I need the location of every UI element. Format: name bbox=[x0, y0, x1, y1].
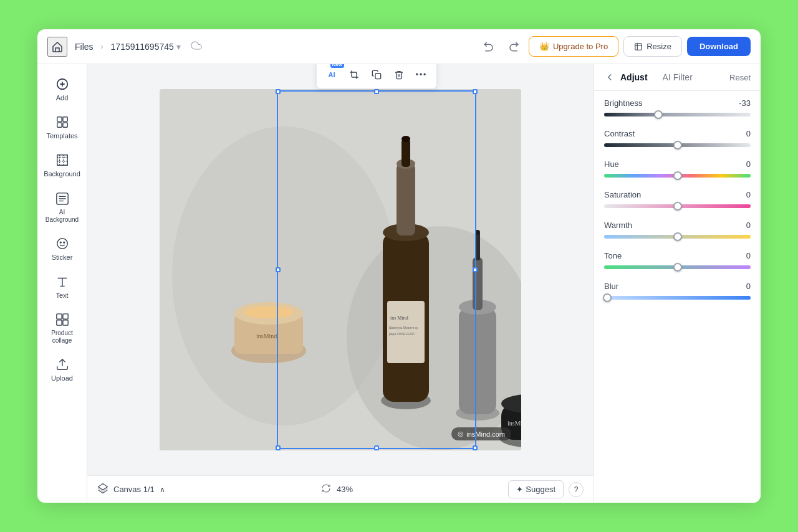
warmth-value: 0 bbox=[746, 221, 751, 230]
canvas-bottom-left: Canvas 1/1 ∧ bbox=[97, 483, 165, 496]
blur-thumb[interactable] bbox=[603, 293, 612, 302]
sidebar-left: Add Templates bbox=[37, 64, 87, 503]
suggest-label: Suggest bbox=[526, 485, 555, 494]
hue-label: Hue bbox=[604, 159, 619, 169]
sidebar-item-background[interactable]: Background bbox=[41, 148, 84, 183]
sidebar-item-ai-background[interactable]: AI Background bbox=[41, 186, 84, 229]
filename-text: 1715911695745 bbox=[111, 42, 174, 52]
canvas-expand-icon[interactable]: ∧ bbox=[160, 485, 165, 494]
cloud-icon bbox=[191, 40, 202, 54]
contrast-track[interactable] bbox=[604, 143, 751, 147]
svg-rect-4 bbox=[57, 123, 61, 127]
header-actions: 👑 Upgrade to Pro Resize Download bbox=[479, 36, 751, 57]
saturation-thumb[interactable] bbox=[673, 202, 682, 211]
sidebar-item-templates[interactable]: Templates bbox=[41, 110, 84, 145]
hue-value: 0 bbox=[746, 159, 751, 169]
slider-row-warmth: Warmth0 bbox=[604, 221, 751, 239]
download-button[interactable]: Download bbox=[687, 37, 751, 56]
tab-adjust[interactable]: Adjust bbox=[620, 72, 648, 82]
sidebar-item-add[interactable]: Add bbox=[41, 72, 84, 107]
warmth-thumb[interactable] bbox=[673, 232, 682, 241]
blur-value: 0 bbox=[746, 282, 751, 291]
download-label: Download bbox=[699, 42, 738, 51]
sidebar-item-sticker[interactable]: Sticker bbox=[41, 231, 84, 267]
canvas-content[interactable]: insMind bbox=[87, 64, 594, 475]
tone-thumb[interactable] bbox=[673, 263, 682, 272]
svg-rect-3 bbox=[62, 117, 67, 121]
product-svg: insMind bbox=[160, 89, 521, 450]
tone-value: 0 bbox=[746, 251, 751, 260]
contrast-label: Contrast bbox=[604, 129, 635, 138]
slider-row-contrast: Contrast0 bbox=[604, 129, 751, 147]
sidebar-item-text-label: Text bbox=[55, 292, 68, 300]
canvas-name: Canvas 1/1 bbox=[113, 485, 155, 494]
brightness-thumb[interactable] bbox=[654, 110, 663, 119]
ai-enhance-wrap: AI New bbox=[322, 65, 342, 85]
svg-point-9 bbox=[63, 242, 64, 243]
svg-text:Шампунь Мерете су: Шампунь Мерете су bbox=[389, 326, 418, 330]
svg-rect-26 bbox=[397, 164, 415, 235]
slider-row-hue: Hue0 bbox=[604, 159, 751, 178]
filename-label[interactable]: 1715911695745 ▾ bbox=[111, 42, 181, 52]
upgrade-crown-icon: 👑 bbox=[539, 42, 549, 51]
hue-track[interactable] bbox=[604, 174, 751, 178]
templates-icon bbox=[55, 115, 70, 130]
contrast-thumb[interactable] bbox=[673, 141, 682, 150]
saturation-track[interactable] bbox=[604, 204, 751, 208]
sidebar-item-product-collage-label: Product collage bbox=[46, 330, 79, 344]
undo-button[interactable] bbox=[479, 37, 499, 57]
duplicate-button[interactable] bbox=[367, 65, 387, 85]
crop-button[interactable] bbox=[344, 65, 364, 85]
right-panel-header: Adjust AI Filter Reset bbox=[594, 64, 761, 91]
watermark: ◎ insMind.com bbox=[451, 427, 511, 440]
tab-ai-filter[interactable]: AI Filter bbox=[663, 72, 693, 82]
help-button[interactable]: ? bbox=[569, 482, 584, 497]
filename-arrow-icon: ▾ bbox=[176, 42, 181, 52]
svg-marker-45 bbox=[99, 483, 108, 490]
canvas-bottom-bar: Canvas 1/1 ∧ 43% bbox=[87, 475, 594, 503]
upgrade-label: Upgrade to Pro bbox=[553, 42, 608, 51]
reset-button[interactable]: Reset bbox=[729, 73, 751, 82]
sidebar-item-upload[interactable]: Upload bbox=[41, 352, 84, 387]
right-back-button[interactable] bbox=[604, 72, 615, 83]
blur-track[interactable] bbox=[604, 296, 751, 300]
resize-button[interactable]: Resize bbox=[623, 36, 682, 57]
sticker-icon bbox=[55, 236, 70, 251]
layers-icon[interactable] bbox=[97, 483, 108, 496]
files-label[interactable]: Files bbox=[75, 42, 94, 52]
refresh-icon[interactable] bbox=[320, 483, 332, 496]
tone-track[interactable] bbox=[604, 265, 751, 269]
delete-button[interactable] bbox=[389, 65, 409, 85]
svg-rect-12 bbox=[56, 320, 61, 325]
suggest-icon: ✦ bbox=[516, 485, 523, 494]
sidebar-item-text[interactable]: Text bbox=[41, 269, 84, 305]
svg-point-8 bbox=[60, 242, 61, 243]
svg-text:insMind: insMind bbox=[256, 333, 277, 340]
warmth-track[interactable] bbox=[604, 235, 751, 239]
resize-icon bbox=[634, 42, 643, 51]
more-button[interactable]: ••• bbox=[411, 65, 431, 85]
svg-text:insMind: insMind bbox=[507, 420, 521, 427]
brightness-track[interactable] bbox=[604, 113, 751, 116]
sidebar-right: Adjust AI Filter Reset Brightness-33Cont… bbox=[594, 64, 761, 503]
svg-point-7 bbox=[57, 238, 67, 249]
blur-label: Blur bbox=[604, 282, 618, 291]
warmth-label: Warmth bbox=[604, 221, 632, 230]
canvas-image[interactable]: insMind bbox=[160, 89, 521, 450]
svg-rect-44 bbox=[375, 74, 381, 79]
tone-label: Tone bbox=[604, 251, 622, 260]
redo-button[interactable] bbox=[504, 37, 524, 57]
sidebar-item-background-label: Background bbox=[44, 170, 80, 178]
upgrade-button[interactable]: 👑 Upgrade to Pro bbox=[529, 36, 618, 57]
sidebar-item-product-collage[interactable]: Product collage bbox=[41, 307, 84, 349]
background-icon bbox=[55, 153, 70, 168]
svg-point-29 bbox=[401, 136, 410, 142]
resize-label: Resize bbox=[647, 42, 671, 51]
hue-thumb[interactable] bbox=[673, 171, 682, 180]
svg-rect-13 bbox=[62, 320, 67, 325]
suggest-button[interactable]: ✦ Suggest bbox=[508, 480, 564, 498]
svg-rect-2 bbox=[57, 117, 61, 121]
svg-rect-10 bbox=[56, 314, 61, 319]
watermark-text: insMind.com bbox=[466, 430, 505, 438]
home-button[interactable] bbox=[47, 37, 67, 57]
